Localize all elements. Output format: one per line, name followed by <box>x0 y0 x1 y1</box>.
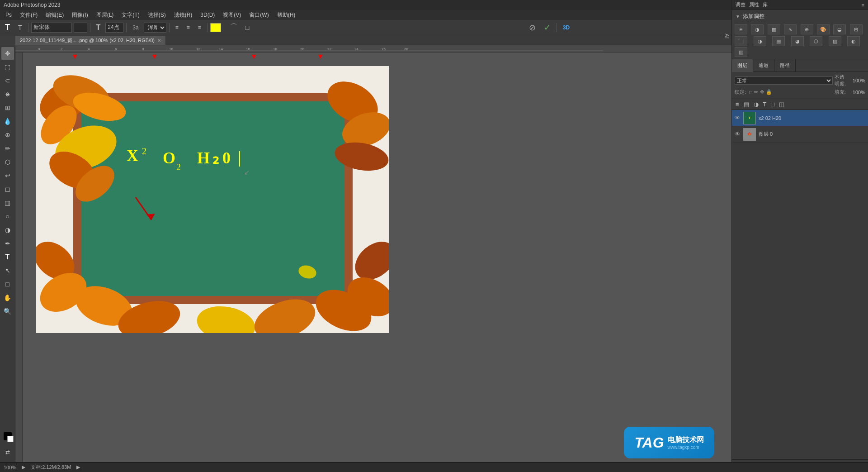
adj-gradient-map[interactable]: ▥ <box>735 47 747 57</box>
menu-file[interactable]: 文件(F) <box>16 10 41 20</box>
swap-colors[interactable]: ⇄ <box>1 446 14 458</box>
align-right-btn[interactable]: ≡ <box>195 22 204 33</box>
menu-select[interactable]: 选择(S) <box>144 10 170 20</box>
clone-stamp-tool[interactable]: ⬡ <box>1 156 14 168</box>
options-btn[interactable]: □ <box>242 22 252 33</box>
blend-mode-select[interactable]: 正常 <box>735 76 833 85</box>
crop-tool[interactable]: ⊞ <box>1 101 14 114</box>
menu-window[interactable]: 窗口(W) <box>245 10 272 20</box>
eyedropper-tool[interactable]: 💧 <box>1 115 14 128</box>
status-bar: 100% ▶ 文档:2.12M/2.83M ▶ <box>0 462 868 472</box>
lock-all-icon[interactable]: 🔒 <box>766 89 772 95</box>
panel-collapse-btn[interactable]: ≡ <box>862 2 864 8</box>
panel-tab-adjustments[interactable]: 调整 <box>736 1 745 8</box>
align-left-btn[interactable]: ≡ <box>172 22 182 33</box>
ruler-guide-arrow-2: ▼ <box>151 52 158 61</box>
menu-view[interactable]: 视图(V) <box>219 10 245 20</box>
shape-layer-icon[interactable]: □ <box>770 100 776 109</box>
text-color-swatch[interactable] <box>210 23 221 32</box>
menu-image[interactable]: 图像(I) <box>68 10 91 20</box>
layer-item[interactable]: 👁 🍁 图层 0 <box>732 126 868 143</box>
tab-filename: 2022-12-08_111449_截... .png @ 100% (x2 0… <box>20 37 155 44</box>
filter-kind-icon[interactable]: ≡ <box>735 100 740 109</box>
menu-layer[interactable]: 图层(L) <box>93 10 118 20</box>
blend-mode-row: 正常 不透明度: 100% <box>735 74 865 87</box>
toolbar-divider-4 <box>169 23 170 32</box>
adj-color-balance[interactable]: ⊞ <box>850 24 863 34</box>
hand-tool[interactable]: ✋ <box>1 291 14 304</box>
menu-filter[interactable]: 滤镜(R) <box>170 10 196 20</box>
path-select-tool[interactable]: ↖ <box>1 264 14 277</box>
adj-hsl[interactable]: ◒ <box>833 24 846 34</box>
smart-object-icon[interactable]: ◫ <box>778 100 785 109</box>
cancel-transform-btn[interactable]: ⊘ <box>526 22 539 33</box>
canvas-area[interactable]: X 2 O 2 H ₂ 0 <box>23 52 731 462</box>
text-layer-icon[interactable]: T <box>762 100 768 109</box>
document-tab[interactable]: 2022-12-08_111449_截... .png @ 100% (x2 0… <box>15 36 166 45</box>
lasso-tool[interactable]: ⊂ <box>1 74 14 87</box>
lock-transparent-icon[interactable]: □ <box>749 90 752 95</box>
toolbar-divider-6 <box>224 23 224 32</box>
adj-vibrance[interactable]: 🎨 <box>817 24 830 34</box>
paths-tab[interactable]: 路径 <box>774 59 796 72</box>
history-brush-tool[interactable]: ↩ <box>1 169 14 182</box>
foreground-color[interactable] <box>4 432 12 440</box>
adj-contrast[interactable]: ◑ <box>751 24 764 34</box>
dodge-tool[interactable]: ◑ <box>1 224 14 236</box>
brush-tool[interactable]: ✏ <box>1 142 14 155</box>
text-orient-btn[interactable]: T <box>15 22 25 33</box>
panel-tab-libraries[interactable]: 库 <box>763 1 768 8</box>
menu-3d[interactable]: 3D(D) <box>197 11 218 19</box>
pixel-layer-icon[interactable]: ▤ <box>743 100 750 109</box>
adj-color-lookup[interactable]: ◕ <box>791 36 804 46</box>
align-center-btn[interactable]: ≡ <box>184 22 193 33</box>
3d-btn[interactable]: 3D <box>560 22 573 33</box>
font-size-input[interactable] <box>105 23 123 33</box>
layers-tab[interactable]: 图层 <box>732 59 753 72</box>
tag-watermark: TAG 电脑技术网 www.tagxp.com <box>624 427 714 458</box>
text-tool-icon[interactable]: T <box>2 22 13 33</box>
panel-tab-properties[interactable]: 属性 <box>749 1 759 8</box>
adjustments-icons-row1: ☀ ◑ ▦ ∿ ⊕ 🎨 ◒ ⊞ <box>732 23 868 36</box>
eraser-tool[interactable]: ◻ <box>1 183 14 195</box>
adj-brightness[interactable]: ☀ <box>735 24 747 34</box>
font-name-input[interactable] <box>31 23 72 33</box>
adj-photo-filter[interactable]: ◑ <box>754 36 766 46</box>
adj-threshold[interactable]: ◐ <box>847 36 860 46</box>
gradient-tool[interactable]: ▥ <box>1 196 14 209</box>
menu-ps[interactable]: Ps <box>2 11 15 19</box>
warp-text-btn[interactable]: ⌒ <box>227 22 241 33</box>
layer-list: 👁 T x2 02 H20 👁 🍁 图层 0 <box>732 110 868 459</box>
menu-help[interactable]: 帮助(H) <box>274 10 299 20</box>
zoom-tool[interactable]: 🔍 <box>1 305 14 318</box>
adj-exposure[interactable]: ⊕ <box>801 24 813 34</box>
blur-tool[interactable]: ○ <box>1 210 14 223</box>
healing-tool[interactable]: ⊕ <box>1 129 14 141</box>
text-tool[interactable]: T <box>1 251 14 263</box>
adjustments-header[interactable]: ▼ 添加调整 <box>732 10 868 23</box>
selection-tool[interactable]: ⬚ <box>1 61 14 73</box>
layer-visibility-toggle[interactable]: 👁 <box>735 114 741 121</box>
layer-visibility-toggle[interactable]: 👁 <box>735 131 741 138</box>
move-tool[interactable]: ✥ <box>1 47 14 60</box>
lock-position-icon[interactable]: ✥ <box>760 89 764 95</box>
shape-tool[interactable]: □ <box>1 278 14 291</box>
magic-wand-tool[interactable]: ⋇ <box>1 88 14 100</box>
channels-tab[interactable]: 通道 <box>753 59 774 72</box>
adj-posterize[interactable]: ▨ <box>829 36 841 46</box>
adjustment-layer-icon[interactable]: ◑ <box>753 100 760 109</box>
menu-edit[interactable]: 编辑(E) <box>42 10 67 20</box>
font-style-select[interactable] <box>74 23 87 33</box>
anti-alias-select[interactable]: 浑厚 <box>144 23 166 33</box>
adj-channel-mixer[interactable]: ▤ <box>772 36 785 46</box>
adj-curves[interactable]: ∿ <box>784 24 797 34</box>
adj-invert[interactable]: ⬡ <box>810 36 822 46</box>
menu-text[interactable]: 文字(T) <box>118 10 143 20</box>
adj-bw[interactable]: ⬛ <box>735 36 747 46</box>
pen-tool[interactable]: ✒ <box>1 237 14 250</box>
lock-paint-icon[interactable]: ✏ <box>754 89 758 95</box>
layer-item[interactable]: 👁 T x2 02 H20 <box>732 110 868 126</box>
confirm-transform-btn[interactable]: ✓ <box>541 22 554 33</box>
tab-close-btn[interactable]: ✕ <box>157 38 161 43</box>
adj-levels[interactable]: ▦ <box>768 24 780 34</box>
